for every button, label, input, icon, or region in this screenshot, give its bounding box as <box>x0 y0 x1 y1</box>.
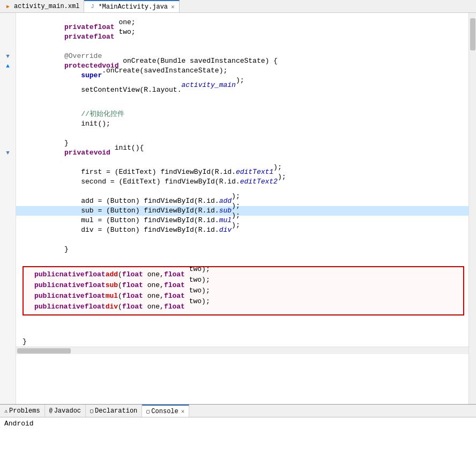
gutter-line-22 <box>0 216 16 225</box>
gutter-line-12 <box>0 119 16 129</box>
editor-container: ▼ ▲ ▼ pri <box>0 13 476 404</box>
native-declarations-box: public native float add(float one,float … <box>23 266 464 315</box>
tab-label-declaration: Declaration <box>95 407 137 415</box>
tab-activity-main-xml[interactable]: ▶ activity_main.xml <box>0 0 84 12</box>
xml-file-icon: ▶ <box>4 3 12 10</box>
code-line-final-brace: } <box>16 337 468 347</box>
gutter-line-19 <box>0 187 16 196</box>
console-content: Android <box>0 417 476 455</box>
code-line-private-two: private float two; <box>16 32 468 42</box>
tab-label-console: Console <box>151 408 178 415</box>
gutter-line-7 <box>0 71 16 80</box>
gutter-line-29 <box>0 283 16 293</box>
gutter-line-28 <box>0 274 16 283</box>
tab-label-javadoc: Javadoc <box>54 407 81 415</box>
gutter-line-25 <box>0 245 16 254</box>
code-line-init-call: init(); <box>16 119 468 129</box>
code-line-first: first = (EditText) findViewById(R.id.edi… <box>16 167 468 177</box>
tab-label-activity-main: activity_main.xml <box>14 3 79 10</box>
gutter-line-26 <box>0 254 16 264</box>
tab-console[interactable]: ▢ Console ✕ <box>142 405 189 417</box>
v-scroll-thumb[interactable] <box>470 18 475 50</box>
tab-main-activity-java[interactable]: J *MainActivity.java ✕ <box>84 0 179 12</box>
code-line-blank-6 <box>16 158 468 167</box>
gutter-line-27 <box>0 264 16 274</box>
gutter: ▼ ▲ ▼ <box>0 13 16 404</box>
code-line-init-method: private void init(){ <box>16 148 468 158</box>
gutter-line-14 <box>0 138 16 148</box>
gutter-line-11 <box>0 109 16 119</box>
gutter-line-13 <box>0 129 16 138</box>
gutter-fold-init[interactable]: ▼ <box>0 148 16 158</box>
gutter-line-17 <box>0 167 16 177</box>
gutter-line-23 <box>0 225 16 235</box>
java-file-icon: J <box>88 3 96 11</box>
declaration-icon: ▢ <box>90 408 93 414</box>
gutter-line-24 <box>0 235 16 245</box>
tab-javadoc[interactable]: @ Javadoc <box>45 405 86 417</box>
console-icon: ▢ <box>146 408 150 415</box>
gutter-line-18 <box>0 177 16 187</box>
gutter-arrow-up: ▲ <box>0 61 16 71</box>
gutter-line-8 <box>0 80 16 90</box>
gutter-line-30 <box>0 293 16 303</box>
code-area[interactable]: private float one; private float two; @O… <box>16 13 468 404</box>
console-text: Android <box>4 420 34 428</box>
tab-label-main-activity: *MainActivity.java <box>98 3 168 11</box>
tab-close-icon[interactable]: ✕ <box>171 3 175 10</box>
gutter-line-2 <box>0 23 16 32</box>
code-line-private-one: private float one; <box>16 23 468 32</box>
code-line-blank-2 <box>16 42 468 52</box>
code-line-blank-9 <box>16 254 468 264</box>
tab-label-problems: Problems <box>9 407 40 415</box>
problems-icon: ⚠ <box>4 408 8 414</box>
code-line-div: div = (Button) findViewById(R.id.div); <box>16 225 468 235</box>
native-sub: public native float sub(float one,float … <box>28 280 459 291</box>
native-add: public native float add(float one,float … <box>28 269 459 280</box>
tab-problems[interactable]: ⚠ Problems <box>0 405 45 417</box>
gutter-line-9 <box>0 90 16 100</box>
tab-bar: ▶ activity_main.xml J *MainActivity.java… <box>0 0 476 13</box>
console-close-icon[interactable]: ✕ <box>181 408 185 415</box>
tab-declaration[interactable]: ▢ Declaration <box>86 405 142 417</box>
bottom-panel: ⚠ Problems @ Javadoc ▢ Declaration ▢ Con… <box>0 404 476 455</box>
code-line-second: second = (EditText) findViewById(R.id.ed… <box>16 177 468 187</box>
code-line-closing-brace-1: } <box>16 138 468 148</box>
code-line-blank-10 <box>16 318 468 327</box>
gutter-line-10 <box>0 100 16 109</box>
code-line-oncreate: protected void onCreate(Bundle savedInst… <box>16 61 468 71</box>
code-line-setcontent: setContentView(R.layout.activity_main); <box>16 80 468 90</box>
bottom-tab-bar: ⚠ Problems @ Javadoc ▢ Declaration ▢ Con… <box>0 405 476 417</box>
horizontal-scrollbar[interactable] <box>16 347 468 354</box>
gutter-line-20 <box>0 196 16 206</box>
vertical-scrollbar[interactable] <box>468 13 476 404</box>
code-line-blank-4 <box>16 100 468 109</box>
native-mul: public native float mul(float one,float … <box>28 291 459 302</box>
code-line-blank-1 <box>16 13 468 23</box>
gutter-fold-override[interactable]: ▼ <box>0 52 16 61</box>
gutter-line-16 <box>0 158 16 167</box>
javadoc-icon: @ <box>49 408 53 414</box>
code-line-closing-brace-2: } <box>16 245 468 254</box>
gutter-line-31 <box>0 303 16 312</box>
native-div: public native float div(float one,float … <box>28 302 459 312</box>
gutter-line-21 <box>0 206 16 216</box>
gutter-line-3 <box>0 32 16 42</box>
h-scroll-thumb[interactable] <box>17 348 71 354</box>
gutter-line-4 <box>0 42 16 52</box>
gutter-line-32 <box>0 312 16 322</box>
code-line-blank-11 <box>16 327 468 337</box>
gutter-line-1 <box>0 13 16 23</box>
